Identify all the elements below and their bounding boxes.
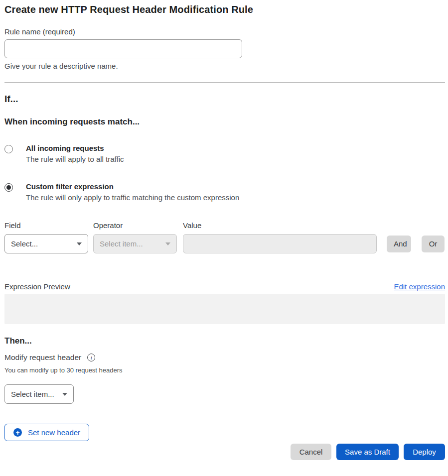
if-heading: If... (4, 94, 445, 105)
save-as-draft-button[interactable]: Save as Draft (336, 444, 399, 460)
edit-expression-link[interactable]: Edit expression (394, 282, 445, 291)
chevron-down-icon (77, 242, 82, 245)
rule-name-helper: Give your rule a descriptive name. (4, 62, 445, 70)
expression-preview-box (4, 294, 445, 324)
rule-name-label: Rule name (required) (4, 27, 445, 36)
set-new-header-button[interactable]: + Set new header (4, 424, 89, 441)
header-item-select[interactable]: Select item... (4, 384, 74, 404)
expression-preview-label: Expression Preview (4, 282, 70, 291)
radio-option-text: All incoming requests The rule will appl… (26, 144, 124, 163)
modify-header-helper: You can modify up to 30 request headers (4, 366, 445, 374)
radio-option-description: The rule will only apply to traffic matc… (26, 193, 239, 202)
cancel-button[interactable]: Cancel (291, 444, 331, 460)
rule-name-input[interactable] (4, 39, 242, 58)
chevron-down-icon (62, 393, 67, 396)
value-label: Value (183, 221, 377, 230)
expression-preview-header: Expression Preview Edit expression (4, 282, 445, 291)
radio-option-custom-filter-expression[interactable]: Custom filter expression The rule will o… (4, 182, 445, 202)
match-subheading: When incoming requests match... (4, 117, 445, 127)
field-select-value: Select... (11, 239, 73, 248)
plus-circle-icon: + (13, 428, 22, 437)
radio-option-text: Custom filter expression The rule will o… (26, 182, 239, 202)
info-icon[interactable]: i (87, 354, 95, 361)
radio-option-description: The rule will apply to all traffic (26, 155, 124, 163)
chevron-down-icon (165, 242, 170, 245)
modify-header-label: Modify request header (4, 353, 81, 362)
field-select[interactable]: Select... (4, 234, 88, 253)
then-heading: Then... (4, 336, 445, 346)
footer-actions: Cancel Save as Draft Deploy (4, 444, 445, 460)
expression-builder-labels: Field Operator Value (4, 221, 445, 230)
create-rule-page: Create new HTTP Request Header Modificat… (0, 0, 448, 460)
radio-selected-icon[interactable] (4, 183, 13, 192)
deploy-button[interactable]: Deploy (404, 444, 445, 460)
expression-builder-row: Select... Select item... And Or (4, 234, 445, 253)
field-label: Field (4, 221, 93, 230)
radio-option-label: Custom filter expression (26, 182, 239, 191)
operator-select: Select item... (93, 234, 177, 253)
page-title: Create new HTTP Request Header Modificat… (4, 4, 445, 15)
radio-option-label: All incoming requests (26, 144, 124, 152)
operator-select-value: Select item... (100, 239, 161, 248)
radio-option-all-incoming-requests[interactable]: All incoming requests The rule will appl… (4, 144, 445, 163)
radio-unselected-icon[interactable] (4, 145, 13, 153)
value-input (183, 234, 377, 253)
set-new-header-label: Set new header (28, 428, 80, 437)
operator-label: Operator (93, 221, 183, 230)
header-item-select-value: Select item... (11, 390, 58, 398)
section-divider (4, 82, 445, 83)
modify-header-row: Modify request header i (4, 353, 445, 362)
and-button[interactable]: And (387, 236, 411, 252)
or-button[interactable]: Or (422, 236, 445, 252)
